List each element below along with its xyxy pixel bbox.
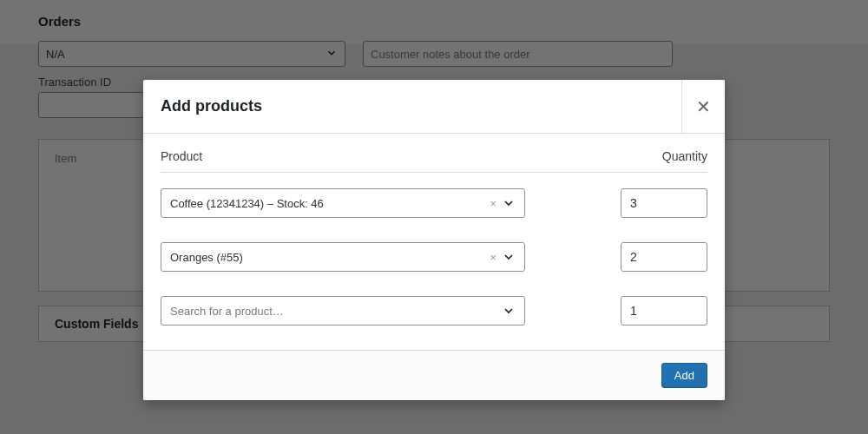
product-row: Coffee (12341234) – Stock: 46× [161, 188, 707, 218]
chevron-down-icon [502, 196, 516, 210]
product-select-label: Coffee (12341234) – Stock: 46 [170, 197, 490, 210]
product-select[interactable]: Search for a product… [161, 296, 525, 326]
product-column-header: Product [161, 149, 202, 163]
product-select-label: Oranges (#55) [170, 251, 490, 264]
modal-close-button[interactable]: ✕ [681, 80, 725, 133]
chevron-down-icon [502, 250, 516, 264]
product-select-label: Search for a product… [170, 305, 502, 318]
product-row: Search for a product… [161, 296, 707, 326]
quantity-column-header: Quantity [662, 149, 707, 163]
quantity-input[interactable] [621, 188, 707, 218]
quantity-input[interactable] [621, 296, 707, 326]
close-icon: ✕ [696, 96, 711, 117]
quantity-input[interactable] [621, 242, 707, 272]
product-select[interactable]: Oranges (#55)× [161, 242, 525, 272]
modal-overlay: Add products ✕ Product Quantity Coffee (… [0, 0, 868, 434]
product-row: Oranges (#55)× [161, 242, 707, 272]
add-button[interactable]: Add [661, 363, 707, 388]
product-select[interactable]: Coffee (12341234) – Stock: 46× [161, 188, 525, 218]
clear-icon[interactable]: × [490, 197, 496, 210]
add-products-modal: Add products ✕ Product Quantity Coffee (… [143, 80, 725, 400]
clear-icon[interactable]: × [490, 251, 496, 264]
modal-title: Add products [143, 80, 681, 133]
chevron-down-icon [502, 304, 516, 318]
